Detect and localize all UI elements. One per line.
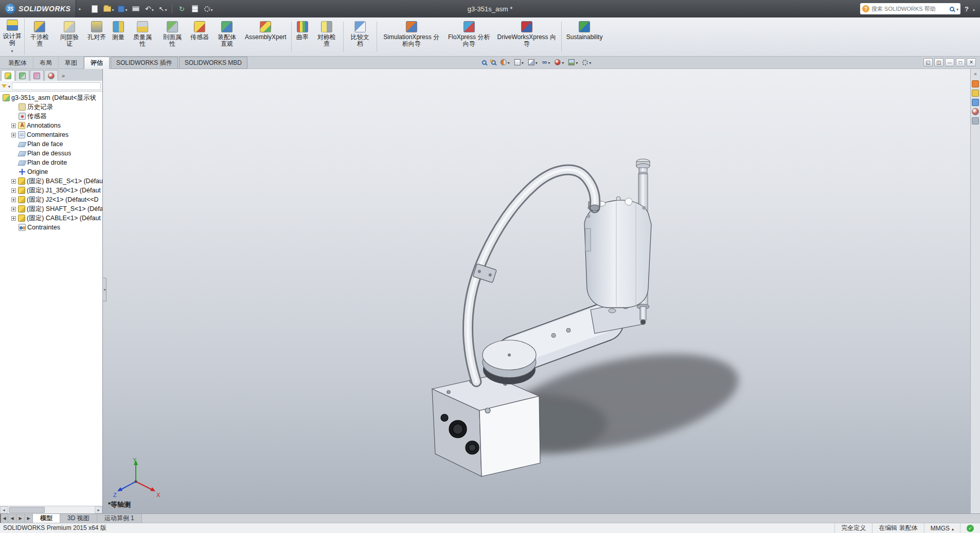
ribbon-button-curvature[interactable]: 曲率 [293,19,312,55]
tree-item-origin[interactable]: Origine [0,167,102,176]
filter-funnel-icon[interactable] [2,84,7,88]
search-input[interactable] [871,6,948,12]
tree-item-front-plane[interactable]: Plan de face [0,139,102,149]
tree-item-cable[interactable]: (固定) CABLE<1> (Défaut [0,214,102,223]
expand-toggle[interactable] [11,188,16,193]
options-button[interactable] [202,3,215,15]
help-button[interactable]: ? [965,5,969,13]
apply-scene-button[interactable] [567,58,579,67]
ribbon-button-assembly-visualization[interactable]: 装配体直观 [212,19,242,55]
tree-item-j2[interactable]: (固定) J2<1> (Défaut<<D [0,195,102,204]
tree-item-base-s[interactable]: (固定) BASE_S<1> (Défau [0,176,102,186]
solidworks-resources-icon[interactable] [972,80,979,87]
tree-item-comments[interactable]: Commentaires [0,130,102,139]
window-minimize-button[interactable] [945,58,954,66]
tab-3d-views[interactable]: 3D 视图 [60,514,97,523]
last-tab-button[interactable] [25,514,33,523]
panel-splitter-handle[interactable] [102,278,106,301]
menu-expand-arrow-icon[interactable] [76,0,83,17]
appearances-icon[interactable] [972,108,979,115]
filter-caret-icon[interactable] [8,82,10,90]
tab-assembly[interactable]: 装配体 [2,57,33,69]
ribbon-button-section-properties[interactable]: 剖面属性 [157,19,187,55]
ribbon-button-compare-documents[interactable]: 比较文档 [345,19,375,55]
tree-item-sensors[interactable]: 传感器 [0,112,102,121]
file-properties-button[interactable] [189,3,201,15]
display-manager-tab[interactable] [44,70,58,81]
configuration-manager-tab[interactable] [30,70,44,81]
tree-item-shaft-s[interactable]: (固定) SHAFT_S<1> (Défa [0,204,102,214]
tree-item-top-plane[interactable]: Plan de dessus [0,149,102,158]
hide-show-items-button[interactable] [541,58,551,67]
window-cascade-button[interactable] [934,58,943,66]
tab-evaluate[interactable]: 评估 [84,57,110,69]
tree-item-right-plane[interactable]: Plan de droite [0,158,102,167]
ribbon-button-measure[interactable]: 测量 [109,19,128,55]
task-pane-expand-button[interactable] [971,69,980,78]
scrollbar-thumb[interactable] [9,507,45,513]
tab-solidworks-addins[interactable]: SOLIDWORKS 插件 [111,57,178,69]
ribbon-button-floxpress[interactable]: FloXpress 分析向导 [444,19,494,55]
expand-toggle[interactable] [11,123,16,128]
display-style-button[interactable] [527,58,539,67]
tree-item-history[interactable]: 历史记录 [0,102,102,112]
expand-toggle[interactable] [11,198,16,202]
expand-toggle[interactable] [11,133,16,137]
scroll-right-button[interactable] [95,506,102,513]
rebuild-button[interactable] [175,3,188,15]
filter-input[interactable] [12,82,101,90]
open-button[interactable] [102,3,115,15]
select-button[interactable] [156,3,169,15]
new-document-button[interactable] [88,3,101,15]
tab-motion-study-1[interactable]: 运动算例 1 [97,514,142,523]
view-settings-button[interactable] [581,58,593,67]
tab-solidworks-mbd[interactable]: SOLIDWORKS MBD [179,57,247,69]
design-study-button[interactable]: 设计算例 [0,19,25,55]
ribbon-button-assembly-xpert[interactable]: AssemblyXpert [242,19,290,55]
panel-horizontal-scrollbar[interactable] [0,506,102,513]
zoom-area-button[interactable] [490,59,497,66]
first-tab-button[interactable] [0,514,8,523]
expand-toggle[interactable] [11,179,16,184]
tab-model[interactable]: 模型 [33,514,60,523]
custom-properties-icon[interactable] [972,117,979,125]
previous-tab-button[interactable] [8,514,16,523]
ribbon-button-simulationxpress[interactable]: SimulationXpress 分析向导 [379,19,444,55]
window-maximize-button[interactable] [956,58,965,66]
ribbon-button-interference-check[interactable]: 干涉检查 [25,19,55,55]
robot-base[interactable] [432,372,540,476]
scroll-left-button[interactable] [0,506,8,513]
expand-toggle[interactable] [11,207,16,211]
tree-item-mates[interactable]: Contraintes [0,223,102,232]
ribbon-button-hole-alignment[interactable]: 孔对齐 [84,19,109,55]
ribbon-button-clearance-verification[interactable]: 间隙验证 [55,19,84,55]
tree-item-j1-350[interactable]: (固定) J1_350<1> (Défaut [0,186,102,195]
window-restore-button[interactable] [923,58,933,66]
search-icon[interactable] [950,7,954,11]
ribbon-button-driveworksxpress[interactable]: DriveWorksXpress 向导 [494,19,560,55]
tab-layout[interactable]: 布局 [33,57,59,69]
feature-manager-tab[interactable] [1,70,15,81]
ribbon-button-mass-properties[interactable]: 质量属性 [128,19,157,55]
panel-tabs-overflow-button[interactable] [59,70,68,81]
window-close-button[interactable] [967,58,976,66]
robot-model[interactable] [103,69,970,513]
tree-item-annotations[interactable]: Annotations [0,121,102,130]
undo-button[interactable] [143,3,155,15]
view-orientation-button[interactable] [513,58,525,67]
units-selector[interactable]: MMGS [924,523,960,533]
save-button[interactable] [116,3,129,15]
design-library-icon[interactable] [972,90,979,97]
zoom-fit-button[interactable] [480,59,488,66]
property-manager-tab[interactable] [15,70,29,81]
collapse-ribbon-button[interactable] [973,5,975,12]
scrollbar-track[interactable] [8,506,95,513]
edit-appearance-button[interactable] [553,58,565,67]
tree-root-item[interactable]: g3-351s_asm (Défaut<显示状 [0,93,102,102]
section-view-button[interactable] [499,58,511,67]
ribbon-button-sensor[interactable]: 传感器 [187,19,212,55]
file-explorer-icon[interactable] [972,99,979,106]
graphics-viewport[interactable]: Y X Z *等轴测 [103,69,970,513]
ribbon-button-symmetry-check[interactable]: 对称检查 [312,19,342,55]
ribbon-button-sustainability[interactable]: Sustainability [563,19,606,55]
